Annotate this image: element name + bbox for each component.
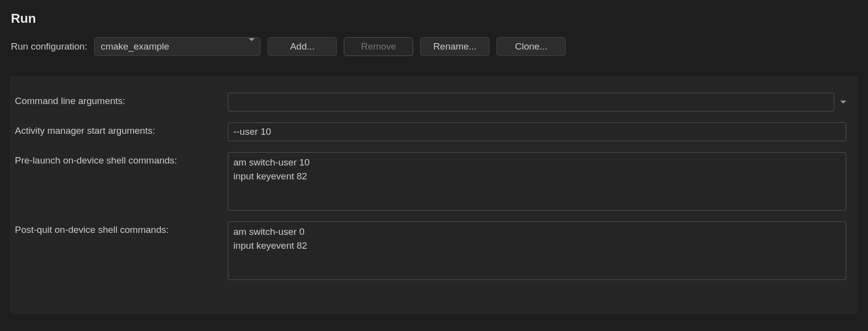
postquit-commands-textarea[interactable]: [228, 221, 846, 280]
run-configuration-select[interactable]: cmake_example: [94, 37, 261, 56]
cmdline-args-input[interactable]: [228, 93, 834, 111]
run-configuration-bar: Run configuration: cmake_example Add... …: [0, 26, 868, 56]
run-configuration-selected: cmake_example: [101, 41, 169, 52]
prelaunch-commands-textarea[interactable]: [228, 152, 846, 211]
run-config-panel: Command line arguments: Activity manager…: [10, 76, 858, 314]
prelaunch-commands-label: Pre-launch on-device shell commands:: [15, 152, 228, 166]
postquit-commands-label: Post-quit on-device shell commands:: [15, 221, 228, 235]
clone-button[interactable]: Clone...: [496, 37, 566, 56]
page-title: Run: [0, 0, 868, 26]
run-configuration-label: Run configuration:: [11, 41, 87, 52]
expand-macros-icon[interactable]: [840, 101, 846, 104]
rename-button[interactable]: Rename...: [420, 37, 489, 56]
am-start-args-input[interactable]: [228, 122, 846, 141]
am-start-args-label: Activity manager start arguments:: [15, 122, 228, 136]
cmdline-args-label: Command line arguments:: [15, 93, 228, 107]
add-button[interactable]: Add...: [268, 37, 337, 56]
remove-button[interactable]: Remove: [344, 37, 413, 56]
